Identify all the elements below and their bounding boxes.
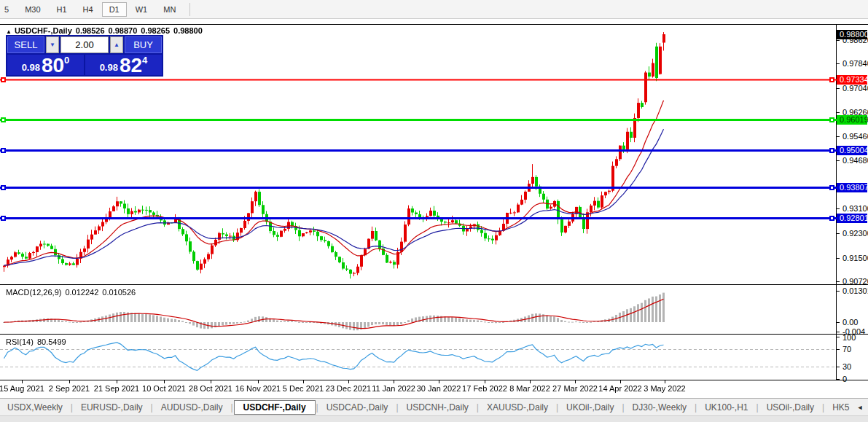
current-price-box: 0.98800 xyxy=(837,30,867,39)
tab-usdcad-daily[interactable]: USDCAD-,Daily xyxy=(319,401,396,414)
tab-audusd-daily[interactable]: AUDUSD-,Daily xyxy=(154,401,230,414)
volume-increase-button[interactable]: ▲ xyxy=(110,36,123,53)
price-tick-label: 0.94680 xyxy=(842,156,868,165)
date-label: 2 Sep 2021 xyxy=(49,384,90,393)
macd-tick-label: 0.013015 xyxy=(842,286,868,295)
timeframe-button-h4[interactable]: H4 xyxy=(76,2,101,17)
tab-usoil-daily[interactable]: USOil-,Daily xyxy=(759,401,821,414)
price-tick xyxy=(837,233,840,234)
symbol-title: USDCHF-,Daily xyxy=(15,26,72,35)
date-tick xyxy=(117,380,117,383)
symbol-ohlc-header: ▲USDCHF-,Daily0.985260.988700.982650.988… xyxy=(6,26,206,35)
sell-price-pip: 0 xyxy=(64,55,69,66)
timeframe-button-d1[interactable]: D1 xyxy=(102,2,127,17)
price-tick xyxy=(837,136,840,137)
ohlc-high: 0.98870 xyxy=(109,26,138,35)
price-tick xyxy=(837,40,840,41)
date-tick xyxy=(485,380,485,383)
timeframe-button-m30[interactable]: M30 xyxy=(17,2,47,17)
timeframe-button-mn[interactable]: MN xyxy=(156,2,183,17)
rsi-tick-label: 0 xyxy=(842,375,847,383)
macd-indicator-label: MACD(12,26,9)0.0122420.010526 xyxy=(6,288,139,297)
price-tick-label: 0.93100 xyxy=(842,204,868,213)
timeframe-button-h1[interactable]: H1 xyxy=(50,2,74,17)
date-label: 28 Oct 2021 xyxy=(189,384,232,393)
date-tick xyxy=(665,380,665,383)
volume-decrease-button[interactable]: ▼ xyxy=(46,36,59,53)
date-label: 10 Oct 2021 xyxy=(142,384,186,393)
tab-usdx-weekly[interactable]: USDX,Weekly xyxy=(0,401,70,414)
macd-tick-label: 0.00 xyxy=(842,318,858,327)
date-tick xyxy=(394,380,394,383)
rsi-tick xyxy=(837,349,840,350)
date-tick xyxy=(69,380,70,383)
macd-value-signal: 0.010526 xyxy=(102,288,136,297)
buy-price-prefix: 0.98 xyxy=(100,62,118,73)
date-tick xyxy=(22,380,23,383)
price-tick-label: 0.90720 xyxy=(842,277,868,286)
window-bottom-strip xyxy=(0,415,868,422)
buy-price-display[interactable]: 0.98 82 4 xyxy=(85,55,162,75)
buy-button[interactable]: BUY xyxy=(125,36,162,53)
price-tick-label: 0.92300 xyxy=(842,229,868,238)
price-tick xyxy=(837,208,840,209)
date-label: 15 Aug 2021 xyxy=(0,384,44,393)
sell-button[interactable]: SELL xyxy=(7,36,44,53)
tab-usdcnh-daily[interactable]: USDCNH-,Daily xyxy=(399,401,476,414)
price-tick xyxy=(837,63,840,64)
timeframe-button-w1[interactable]: W1 xyxy=(128,2,155,17)
buy-price-pip: 4 xyxy=(142,55,147,66)
tab-dj30-weekly[interactable]: DJ30-,Weekly xyxy=(625,401,694,414)
chart-canvas[interactable] xyxy=(0,25,837,380)
volume-input[interactable] xyxy=(60,36,109,53)
date-tick xyxy=(439,380,439,383)
level-price-box-0.97334: 0.97334 xyxy=(837,75,867,85)
tab-hk5[interactable]: HK5 xyxy=(825,401,856,414)
tab-uk100-h1[interactable]: UK100-,H1 xyxy=(697,401,755,414)
date-label: 30 Jan 2022 xyxy=(417,384,461,393)
one-click-trade-panel: SELL ▼ ▲ BUY 0.98 80 0 0.98 82 4 xyxy=(6,35,163,77)
date-label: 23 Dec 2021 xyxy=(326,384,371,393)
sell-price-prefix: 0.98 xyxy=(22,62,40,73)
tab-xauusd-daily[interactable]: XAUUSD-,Daily xyxy=(480,401,555,414)
macd-tick xyxy=(837,332,840,332)
buy-price-big: 82 xyxy=(120,57,142,74)
macd-value-main: 0.012242 xyxy=(65,288,98,297)
level-price-box-0.95004: 0.95004 xyxy=(837,146,867,155)
timeframe-button-5[interactable]: 5 xyxy=(0,2,16,17)
level-price-box-0.92801: 0.92801 xyxy=(837,214,867,223)
rsi-tick-label: 100 xyxy=(842,333,856,342)
tab-scroll-left-icon[interactable]: ◄ xyxy=(856,404,863,411)
ohlc-open: 0.98526 xyxy=(76,26,105,35)
date-tick xyxy=(164,380,165,383)
macd-name: MACD(12,26,9) xyxy=(6,288,61,297)
price-axis[interactable]: 0.986200.978400.970400.962600.954600.946… xyxy=(837,0,868,422)
date-tick xyxy=(575,380,576,383)
tab-eurusd-daily[interactable]: EURUSD-,Daily xyxy=(74,401,150,414)
tab-scroll-arrows: ◄► xyxy=(856,404,868,411)
chart-tab-bar: USDX,Weekly|EURUSD-,Daily|AUDUSD-,Daily|… xyxy=(0,398,868,415)
ohlc-low: 0.98265 xyxy=(141,26,170,35)
sell-price-big: 80 xyxy=(42,57,64,74)
date-label: 17 Feb 2022 xyxy=(462,384,507,393)
date-tick xyxy=(530,380,531,383)
date-tick xyxy=(348,380,349,383)
level-price-box-0.93807: 0.93807 xyxy=(837,183,867,192)
toolbar-divider xyxy=(189,3,190,16)
date-label: 8 Mar 2022 xyxy=(509,384,550,393)
ohlc-close: 0.98800 xyxy=(173,26,203,35)
tab-ukoil-daily[interactable]: UKOil-,Daily xyxy=(559,401,621,414)
date-label: 27 Mar 2022 xyxy=(552,384,598,393)
price-tick-label: 0.97840 xyxy=(842,59,868,68)
tab-usdchf-daily[interactable]: USDCHF-,Daily xyxy=(234,400,316,415)
rsi-indicator-label: RSI(14)80.5499 xyxy=(6,337,70,346)
date-tick xyxy=(258,380,259,383)
sell-price-display[interactable]: 0.98 80 0 xyxy=(7,55,84,75)
date-axis[interactable]: 15 Aug 20212 Sep 202121 Sep 202110 Oct 2… xyxy=(0,380,837,398)
timeframe-toolbar: 5M30H1H4D1W1MN xyxy=(0,0,868,19)
rsi-tick xyxy=(837,379,840,380)
collapse-triangle-icon[interactable]: ▲ xyxy=(6,28,12,35)
price-tick-label: 0.91500 xyxy=(842,254,868,262)
date-tick xyxy=(620,380,621,383)
level-price-box-0.96019: 0.96019 xyxy=(837,115,867,125)
